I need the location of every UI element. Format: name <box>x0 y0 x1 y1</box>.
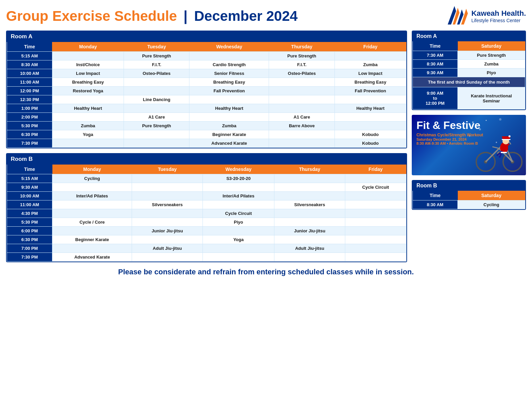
table-row: 11:00 AMBreathing EasyBreathing EasyBrea… <box>7 78 406 87</box>
table-row: 6:30 PMBeginner KarateYoga <box>7 235 406 244</box>
table-row: 8:30 AMZumba <box>413 60 525 68</box>
table-row: 7:30 PMAdvanced KarateKobudo <box>7 139 406 148</box>
logo-text: Kaweah Health. Lifestyle Fitness Center <box>471 9 526 23</box>
room-b-col-tuesday: Tuesday <box>132 165 203 174</box>
sat-a-col-saturday: Saturday <box>458 41 525 51</box>
table-row: 1:00 PMHealthy HeartHealthy HeartHealthy… <box>7 104 406 113</box>
svg-rect-25 <box>501 152 507 153</box>
room-b-saturday-table: Time Saturday 8:30 AMCycling <box>412 191 525 209</box>
table-row: 12:30 PMLine Dancing <box>7 95 406 104</box>
room-a-saturday-section: Room A Time Saturday 7:30 AMPure Strengt… <box>412 31 526 110</box>
table-row: 8:30 AMCycling <box>413 200 525 209</box>
page-title: Group Exercise Schedule | December 2024 <box>6 8 298 24</box>
table-row: 5:30 PMCycle / CorePiyo <box>7 218 406 227</box>
room-a-main-table: Time Monday Tuesday Wednesday Thursday F… <box>7 42 406 148</box>
room-b-main-header: Room B <box>7 154 406 165</box>
room-a-col-tuesday: Tuesday <box>124 42 189 52</box>
room-b-col-wednesday: Wednesday <box>203 165 274 174</box>
room-a-col-time: Time <box>7 42 52 52</box>
svg-line-12 <box>492 147 499 148</box>
table-row: 4:30 PMCycle Circuit <box>7 209 406 218</box>
table-row: 9:30 AMCycle Circuit <box>7 183 406 192</box>
footer-text: Please be considerate and refrain from e… <box>6 268 526 276</box>
sat-a-col-time: Time <box>413 41 458 51</box>
table-row: 10:00 AMLow ImpactOsteo-PilatesSenior Fi… <box>7 69 406 78</box>
table-row: 2:00 PMA1 CareA1 Care <box>7 113 406 122</box>
page-header: Group Exercise Schedule | December 2024 … <box>6 6 526 26</box>
room-a-col-wednesday: Wednesday <box>189 42 269 52</box>
sunday-data-row: 9:00 AMto12:00 PMKarate InstructionalSem… <box>413 87 525 109</box>
room-a-col-friday: Friday <box>335 42 406 52</box>
room-b-col-thursday: Thursday <box>274 165 345 174</box>
fit-festive-time-location: 8:30 AM-9:30 AM • Aerobic Room B <box>416 141 478 145</box>
room-b-main-table: Time Monday Tuesday Wednesday Thursday F… <box>7 165 406 262</box>
fit-festive-date: Saturday December 21, 2024 <box>416 137 467 141</box>
room-a-saturday-header: Room A <box>412 31 525 41</box>
room-b-col-time: Time <box>7 165 52 174</box>
left-column: Room A Time Monday Tuesday Wednesday Thu… <box>6 31 407 262</box>
table-row: 7:30 PMAdvanced Karate <box>7 253 406 262</box>
main-layout: Room A Time Monday Tuesday Wednesday Thu… <box>6 31 526 262</box>
fit-festive-title: Fit & Festive <box>416 120 480 131</box>
sat-b-col-time: Time <box>413 191 458 200</box>
table-row: 7:30 AMPure Strength <box>413 51 525 60</box>
room-a-col-monday: Monday <box>52 42 124 52</box>
logo: Kaweah Health. Lifestyle Fitness Center <box>448 6 526 26</box>
room-b-main-section: Room B Time Monday Tuesday Wednesday Thu… <box>6 153 407 262</box>
room-a-main-header: Room A <box>7 31 406 42</box>
sat-b-col-saturday: Saturday <box>458 191 525 200</box>
room-a-col-thursday: Thursday <box>269 42 335 52</box>
svg-rect-20 <box>502 139 511 140</box>
logo-icon <box>448 6 468 26</box>
table-row: 6:30 PMYogaBeginner KarateKobudo <box>7 130 406 139</box>
table-row: 10:00 AMInter/Ad PilatesInter/Ad Pilates <box>7 192 406 200</box>
table-row: 8:30 AMInst/ChoiceF.I.T.Cardio StrengthF… <box>7 60 406 69</box>
room-b-col-friday: Friday <box>345 165 406 174</box>
room-b-saturday-header: Room B <box>412 181 525 191</box>
table-row: 11:00 AMSilversneakersSilversneakers <box>7 200 406 209</box>
right-column: Room A Time Saturday 7:30 AMPure Strengt… <box>412 31 526 210</box>
room-a-main-section: Room A Time Monday Tuesday Wednesday Thu… <box>6 31 407 148</box>
table-row: 5:15 AMPure StrengthPure Strength <box>7 52 406 60</box>
fit-festive-box: Fit & Festive Christmas Cycle/Strength W… <box>412 115 526 175</box>
table-row: 5:15 AMCyclingS3-20-20-20 <box>7 174 406 183</box>
table-row: 5:30 PMZumbaPure StrengthZumbaBarre Abov… <box>7 122 406 130</box>
svg-line-14 <box>509 142 511 144</box>
room-b-saturday-section: Room B Time Saturday 8:30 AMCycling <box>412 180 526 210</box>
table-row: 7:00 PMAdult Jiu-jitsuAdult Jiu-jitsu <box>7 244 406 253</box>
fit-festive-subtitle: Christmas Cycle/Strength Workout <box>416 133 483 137</box>
table-row: 12:00 PMRestored YogaFall PreventionFall… <box>7 87 406 95</box>
room-b-col-monday: Monday <box>52 165 132 174</box>
svg-point-21 <box>508 135 511 137</box>
table-row: 6:00 PMJunior Jiu-jitsuJunior Jiu-jitsu <box>7 227 406 235</box>
table-row: 9:30 AMPiyo <box>413 68 525 77</box>
sunday-header-row: The first and third Sunday of the month <box>413 77 525 87</box>
room-a-saturday-table: Time Saturday 7:30 AMPure Strength8:30 A… <box>412 41 525 109</box>
